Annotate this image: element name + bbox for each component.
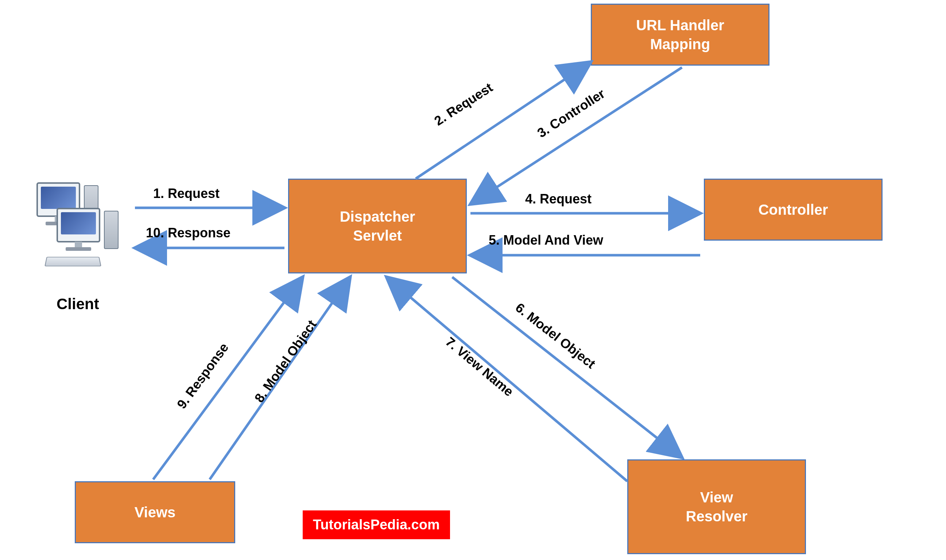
label-7-view-name: 7. View Name	[442, 334, 517, 400]
arrow-3-controller	[471, 68, 682, 204]
label-5-model-and-view: 5. Model And View	[489, 232, 603, 248]
views-line1: Views	[135, 503, 176, 522]
label-8-model-object: 8. Model Object	[252, 317, 320, 405]
label-6-model-object: 6. Model Object	[512, 300, 598, 372]
client-label: Client	[57, 295, 99, 313]
label-3-controller: 3. Controller	[535, 86, 608, 141]
url-handler-line2: Mapping	[650, 35, 710, 54]
box-views: Views	[75, 481, 235, 543]
dispatcher-line2: Servlet	[353, 226, 401, 245]
view-resolver-line2: Resolver	[686, 507, 748, 526]
controller-line1: Controller	[758, 200, 828, 219]
label-2-request: 2. Request	[431, 80, 495, 129]
label-1-request: 1. Request	[153, 186, 220, 201]
label-10-response: 10. Response	[146, 225, 231, 241]
label-4-request: 4. Request	[525, 191, 592, 207]
box-dispatcher-servlet: Dispatcher Servlet	[288, 178, 467, 274]
box-view-resolver: View Resolver	[627, 459, 806, 554]
box-url-handler-mapping: URL Handler Mapping	[591, 4, 769, 66]
box-controller: Controller	[704, 178, 883, 241]
credit-badge: TutorialsPedia.com	[303, 511, 450, 539]
arrow-7-view-name	[386, 277, 627, 481]
dispatcher-line1: Dispatcher	[340, 207, 415, 226]
url-handler-line1: URL Handler	[636, 16, 724, 35]
view-resolver-line1: View	[700, 488, 733, 507]
label-9-response: 9. Response	[174, 340, 232, 412]
client-computers-icon	[37, 182, 131, 277]
